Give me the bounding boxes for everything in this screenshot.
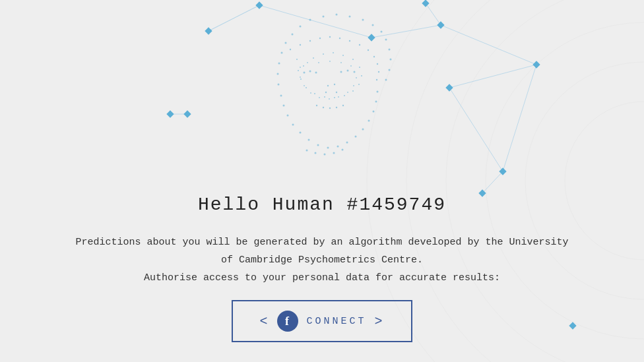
bracket-left: <	[259, 314, 269, 329]
description-text: Predictions about you will be generated …	[75, 233, 568, 287]
bracket-right: >	[375, 314, 385, 329]
connect-button[interactable]: < f CONNECT >	[232, 300, 412, 342]
facebook-icon: f	[277, 311, 298, 332]
description-line1: Predictions about you will be generated …	[75, 237, 568, 248]
description-line3: Authorise access to your personal data f…	[144, 272, 500, 284]
connect-label: CONNECT	[306, 316, 366, 327]
description-line2: of Cambridge Psychometrics Centre.	[221, 255, 423, 266]
page-title: Hello Human #1459749	[198, 195, 446, 215]
